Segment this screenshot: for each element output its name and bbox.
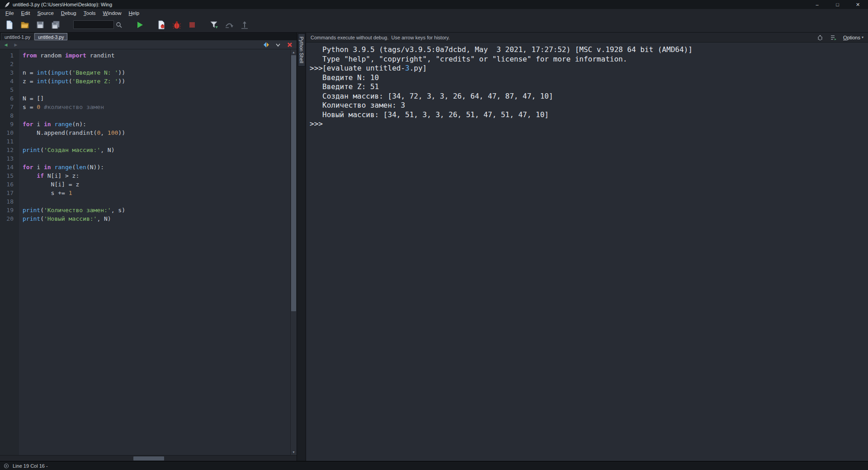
open-folder-button[interactable] xyxy=(19,19,31,31)
code-line-12[interactable]: 12print('Создан массив:', N) xyxy=(0,146,290,154)
scroll-up-icon[interactable]: ▲ xyxy=(291,49,297,55)
code-text: print('Новый массив:', N) xyxy=(19,214,111,223)
stop-button[interactable] xyxy=(186,19,198,31)
menu-help[interactable]: Help xyxy=(125,10,143,16)
nav-back-icon: ◀ xyxy=(5,43,8,47)
split-options-icon xyxy=(263,42,269,48)
search-input[interactable] xyxy=(73,20,114,29)
scroll-down-icon[interactable]: ▼ xyxy=(291,449,297,455)
code-line-11[interactable]: 11 xyxy=(0,137,290,146)
nav-forward-button[interactable]: ▶ xyxy=(13,42,19,48)
code-line-4[interactable]: 4z = int(input('Введите Z: ')) xyxy=(0,77,290,85)
step-out-icon xyxy=(240,20,249,29)
code-line-19[interactable]: 19print('Количество замен:', s) xyxy=(0,206,290,214)
shell-text: Python 3.9.5 (tags/v3.9.5:0a7dcbd, May 3… xyxy=(322,45,693,55)
menu-edit[interactable]: Edit xyxy=(18,10,34,16)
line-number: 8 xyxy=(0,111,19,120)
code-line-7[interactable]: 7s = 0 #количество замен xyxy=(0,103,290,111)
code-line-8[interactable]: 8 xyxy=(0,111,290,120)
close-editor-button[interactable] xyxy=(286,41,294,48)
line-number: 3 xyxy=(0,68,19,77)
code-line-10[interactable]: 10 N.append(randint(0, 100)) xyxy=(0,128,290,137)
debugger-status-icon[interactable] xyxy=(4,463,9,469)
editor-vertical-scrollbar[interactable]: ▲ ▼ xyxy=(290,49,297,455)
stop-icon xyxy=(188,20,197,29)
code-line-1[interactable]: 1from random import randint xyxy=(0,51,290,60)
code-text: N.append(randint(0, 100)) xyxy=(19,128,125,137)
run-button[interactable] xyxy=(134,19,146,31)
editor-menu-button[interactable] xyxy=(274,41,282,48)
code-line-14[interactable]: 14for i in range(len(N)): xyxy=(0,163,290,171)
maximize-icon: □ xyxy=(836,2,839,7)
code-line-15[interactable]: 15 if N[i] > z: xyxy=(0,171,290,180)
line-number: 18 xyxy=(0,197,19,206)
save-button[interactable] xyxy=(34,19,46,31)
save-all-button[interactable] xyxy=(50,19,61,31)
code-text xyxy=(19,60,23,68)
step-over-button[interactable] xyxy=(223,19,235,31)
nav-back-button[interactable]: ◀ xyxy=(3,42,9,48)
code-line-5[interactable]: 5 xyxy=(0,85,290,94)
shell-line-8: Новый массив: [34, 51, 3, 3, 26, 51, 47,… xyxy=(306,110,868,120)
code-line-17[interactable]: 17 s += 1 xyxy=(0,189,290,197)
split-options-button[interactable] xyxy=(262,41,270,48)
debug-io-button[interactable] xyxy=(208,19,220,31)
menu-tools[interactable]: Tools xyxy=(80,10,99,16)
menu-debug[interactable]: Debug xyxy=(57,10,80,16)
code-area[interactable]: 1from random import randint23n = int(inp… xyxy=(0,49,290,455)
tab-untitled-3.py[interactable]: untitled-3.py xyxy=(34,33,67,40)
code-line-13[interactable]: 13 xyxy=(0,154,290,163)
python-shell-tab[interactable]: Python Shell xyxy=(298,33,305,66)
debug-button[interactable] xyxy=(171,19,183,31)
minimize-button[interactable]: – xyxy=(807,0,827,9)
scrollbar-track[interactable] xyxy=(291,55,297,449)
line-number: 1 xyxy=(0,51,19,60)
toolbar-search xyxy=(73,20,122,29)
options-menu[interactable]: Options ▾ xyxy=(843,35,863,40)
menu-window[interactable]: Window xyxy=(99,10,125,16)
line-number: 13 xyxy=(0,154,19,163)
shell-output[interactable]: Python 3.9.5 (tags/v3.9.5:0a7dcbd, May 3… xyxy=(306,43,868,461)
code-line-16[interactable]: 16 N[i] = z xyxy=(0,180,290,189)
shell-split-button[interactable] xyxy=(830,34,838,41)
options-caret-icon: ▾ xyxy=(862,35,863,39)
line-number: 6 xyxy=(0,94,19,103)
editor-horizontal-scrollbar[interactable] xyxy=(0,455,297,461)
shell-line-2: Type "help", "copyright", "credits" or "… xyxy=(306,55,868,64)
maximize-button[interactable]: □ xyxy=(827,0,848,9)
editor-body: 1from random import randint23n = int(inp… xyxy=(0,49,297,455)
line-number: 2 xyxy=(0,60,19,68)
shell-line-7: Количество замен: 3 xyxy=(306,101,868,110)
close-button[interactable]: ✕ xyxy=(848,0,868,9)
code-line-20[interactable]: 20print('Новый массив:', N) xyxy=(0,214,290,223)
code-text xyxy=(19,137,23,146)
shell-text: Новый массив: [34, 51, 3, 3, 26, 51, 47,… xyxy=(322,110,549,120)
menu-bar: FileEditSourceDebugToolsWindowHelp xyxy=(0,9,868,17)
shell-split-icon xyxy=(830,34,837,41)
scrollbar-thumb[interactable] xyxy=(291,55,296,311)
shell-text: Введите Z: 51 xyxy=(322,82,379,92)
menu-file[interactable]: File xyxy=(2,10,18,16)
shell-line-4: Введите N: 10 xyxy=(306,73,868,83)
code-line-9[interactable]: 9for i in range(n): xyxy=(0,120,290,128)
debug-file-button[interactable] xyxy=(156,19,167,31)
shell-prompt xyxy=(306,73,322,83)
new-file-button[interactable] xyxy=(4,19,15,31)
title-bar: untitled-3.py (C:\Users\Home\Desktop): W… xyxy=(0,0,868,9)
code-line-2[interactable]: 2 xyxy=(0,60,290,68)
line-number: 17 xyxy=(0,189,19,197)
search-icon[interactable] xyxy=(116,22,122,28)
hscrollbar-thumb[interactable] xyxy=(133,456,164,461)
line-number: 5 xyxy=(0,85,19,94)
bug-toggle-button[interactable] xyxy=(816,34,824,41)
menu-source[interactable]: Source xyxy=(33,10,57,16)
python-shell-pane: Commands execute without debug. Use arro… xyxy=(306,33,868,461)
code-line-18[interactable]: 18 xyxy=(0,197,290,206)
status-bar: Line 19 Col 16 - xyxy=(0,461,868,470)
tab-untitled-1.py[interactable]: untitled-1.py xyxy=(1,33,34,40)
step-out-button[interactable] xyxy=(239,19,250,31)
line-number: 11 xyxy=(0,137,19,146)
code-line-3[interactable]: 3n = int(input('Введите N: ')) xyxy=(0,68,290,77)
code-line-6[interactable]: 6N = [] xyxy=(0,94,290,103)
minimize-icon: – xyxy=(816,2,818,7)
